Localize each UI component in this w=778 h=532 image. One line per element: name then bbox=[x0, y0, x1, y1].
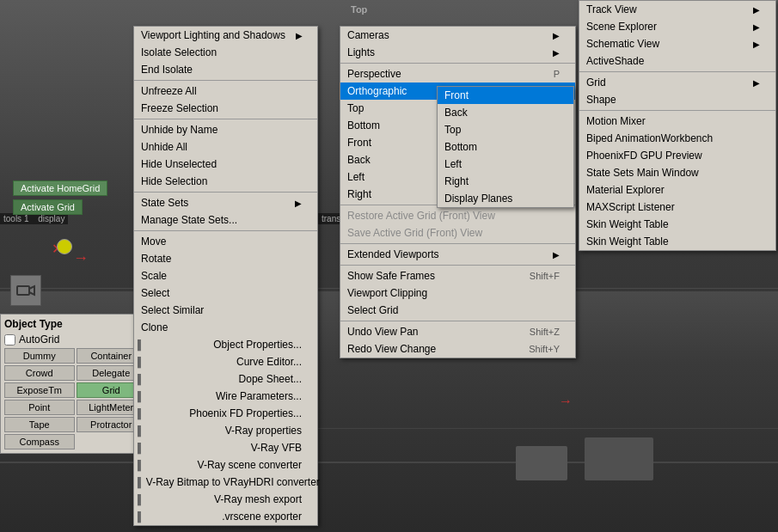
menu4-track-view[interactable]: Track View ▶ bbox=[579, 1, 775, 18]
menu1-vray-mesh-export[interactable]: ▌ V-Ray mesh export bbox=[134, 491, 317, 508]
menu1-viewport-lighting[interactable]: Viewport Lighting and Shadows ▶ bbox=[134, 27, 317, 44]
menu1-item-label-15: Move bbox=[141, 235, 166, 248]
menu2-item-label-18: Viewport Clipping bbox=[347, 287, 427, 299]
menu1-unhide-all[interactable]: Unhide All bbox=[134, 138, 317, 156]
viewport-arrow-x: → bbox=[73, 249, 89, 267]
menu1-arrow-12: ▶ bbox=[295, 199, 302, 208]
menu2-item-label-21: Undo View Pan bbox=[347, 326, 419, 338]
menu4-activeshade[interactable]: ActiveShade bbox=[579, 52, 775, 70]
menu1-vray-scene-converter[interactable]: ▌ V-Ray scene converter bbox=[134, 456, 317, 474]
menu3-item-label-4: Left bbox=[444, 158, 462, 170]
menu1-select[interactable]: Select bbox=[134, 284, 317, 302]
menu1-move[interactable]: Move bbox=[134, 233, 317, 250]
menu4-phoenixfd[interactable]: PhoenixFD GPU Preview bbox=[579, 147, 775, 164]
menu3-right[interactable]: Right bbox=[438, 173, 573, 190]
autogrid-checkbox[interactable] bbox=[4, 334, 15, 345]
obj-btn-exposetm[interactable]: ExposeTm bbox=[4, 382, 75, 398]
obj-btn-dummy[interactable]: Dummy bbox=[4, 348, 75, 364]
menu3-front[interactable]: Front bbox=[438, 87, 573, 104]
menu1-item-label-13: Manage State Sets... bbox=[141, 214, 237, 226]
menu1-unhide-by-name[interactable]: Unhide by Name bbox=[134, 121, 317, 138]
menu1-sep-4 bbox=[134, 230, 317, 231]
menu1-item-label-28: V-Ray scene converter bbox=[198, 459, 302, 471]
autogrid-label: AutoGrid bbox=[19, 333, 59, 345]
menu2-item-label-8: Back bbox=[347, 154, 371, 166]
menu1-state-sets[interactable]: State Sets ▶ bbox=[134, 194, 317, 211]
menu4-sep-2 bbox=[579, 110, 775, 111]
menu4-skin-weight-table-1[interactable]: Skin Weight Table bbox=[579, 216, 775, 233]
menu2-select-grid[interactable]: Select Grid bbox=[340, 302, 575, 319]
obj-btn-point[interactable]: Point bbox=[4, 400, 75, 415]
activate-grid-button[interactable]: Activate Grid bbox=[13, 199, 83, 215]
obj-btn-compass[interactable]: Compass bbox=[4, 434, 75, 449]
menu4-grid[interactable]: Grid ▶ bbox=[579, 74, 775, 91]
menu1-select-similar[interactable]: Select Similar bbox=[134, 302, 317, 319]
viewport-arrow-right: → bbox=[559, 394, 573, 409]
menu4-item-label-8: Motion Mixer bbox=[586, 115, 646, 127]
menu1-vray-vfb[interactable]: ▌ V-Ray VFB bbox=[134, 439, 317, 456]
menu1-scale[interactable]: Scale bbox=[134, 267, 317, 284]
menu4-shape[interactable]: Shape bbox=[579, 91, 775, 108]
menu1-item-label-22: Curve Editor... bbox=[236, 356, 302, 368]
menu2-shortcut-17: Shift+F bbox=[530, 271, 560, 281]
menu2-item-label-4: Orthographic bbox=[347, 85, 407, 97]
menu1-clone[interactable]: Clone bbox=[134, 319, 317, 336]
menu1-vrscene-exporter[interactable]: ▌ .vrscene exporter bbox=[134, 508, 317, 525]
menu4-item-label-12: Material Explorer bbox=[586, 184, 665, 196]
menu1-object-properties[interactable]: ▌ Object Properties... bbox=[134, 336, 317, 353]
menu2-sep-3 bbox=[340, 243, 575, 244]
menu3-item-label-6: Display Planes bbox=[444, 193, 512, 205]
menu4-motion-mixer[interactable]: Motion Mixer bbox=[579, 113, 775, 130]
menu4-state-sets-main[interactable]: State Sets Main Window bbox=[579, 164, 775, 181]
menu4-biped[interactable]: Biped AnimationWorkbench bbox=[579, 130, 775, 147]
menu2-restore-grid: Restore Active Grid (Front) View bbox=[340, 207, 575, 224]
obj-btn-crowd[interactable]: Crowd bbox=[4, 365, 75, 381]
menu1-vray-properties[interactable]: ▌ V-Ray properties bbox=[134, 422, 317, 439]
menu3-display-planes[interactable]: Display Planes bbox=[438, 190, 573, 207]
menu1-rotate[interactable]: Rotate bbox=[134, 250, 317, 267]
menu4-maxscript-listener[interactable]: MAXScript Listener bbox=[579, 199, 775, 216]
menu2-item-label-22: Redo View Change bbox=[347, 343, 436, 355]
menu2-redo-view-change[interactable]: Redo View Change Shift+Y bbox=[340, 340, 575, 358]
menu4-scene-explorer[interactable]: Scene Explorer ▶ bbox=[579, 18, 775, 35]
menu1-item-label-20: Clone bbox=[141, 321, 168, 333]
menu2-arrow-15: ▶ bbox=[553, 250, 560, 260]
menu1-dope-sheet[interactable]: ▌ Dope Sheet... bbox=[134, 370, 317, 388]
menu2-extended-viewports[interactable]: Extended Viewports ▶ bbox=[340, 246, 575, 263]
obj-btn-tape[interactable]: Tape bbox=[4, 417, 75, 432]
menu1-vray-bitmap[interactable]: ▌ V-Ray Bitmap to VRayHDRI converter bbox=[134, 474, 317, 491]
menu2-viewport-clipping[interactable]: Viewport Clipping bbox=[340, 284, 575, 302]
menu3-left[interactable]: Left bbox=[438, 156, 573, 173]
scene-icon-button[interactable] bbox=[10, 275, 41, 306]
menu1-wire-parameters[interactable]: ▌ Wire Parameters... bbox=[134, 388, 317, 405]
menu2-item-label-10: Right bbox=[347, 188, 371, 200]
menu1-phoenix-fd[interactable]: ▌ Phoenix FD Properties... bbox=[134, 405, 317, 422]
menu2-item-label-9: Left bbox=[347, 171, 364, 183]
menu1-item-label-4: Unfreeze All bbox=[141, 85, 197, 97]
menu3-back[interactable]: Back bbox=[438, 104, 573, 121]
menu2-shortcut-22: Shift+Y bbox=[529, 344, 560, 354]
menu3-item-label-0: Front bbox=[444, 89, 469, 101]
menu2-perspective[interactable]: Perspective P bbox=[340, 65, 575, 83]
menu4-schematic-view[interactable]: Schematic View ▶ bbox=[579, 35, 775, 52]
menu2-lights[interactable]: Lights ▶ bbox=[340, 44, 575, 61]
menu4-skin-weight-table-2[interactable]: Skin Weight Table bbox=[579, 233, 775, 250]
menu1-isolate-selection[interactable]: Isolate Selection bbox=[134, 44, 317, 61]
context-menu-4: Track View ▶ Scene Explorer ▶ Schematic … bbox=[579, 0, 776, 251]
menu1-hide-unselected[interactable]: Hide Unselected bbox=[134, 156, 317, 173]
menu2-cameras[interactable]: Cameras ▶ bbox=[340, 27, 575, 44]
menu1-curve-editor[interactable]: ▌ Curve Editor... bbox=[134, 353, 317, 370]
menu1-end-isolate[interactable]: End Isolate bbox=[134, 61, 317, 78]
context-menu-1: Viewport Lighting and Shadows ▶ Isolate … bbox=[133, 26, 318, 526]
activate-homegrid-button[interactable]: Activate HomeGrid bbox=[13, 180, 107, 196]
menu2-show-safe-frames[interactable]: Show Safe Frames Shift+F bbox=[340, 267, 575, 284]
menu4-material-explorer[interactable]: Material Explorer bbox=[579, 181, 775, 199]
menu2-undo-view-pan[interactable]: Undo View Pan Shift+Z bbox=[340, 323, 575, 340]
menu1-manage-state-sets[interactable]: Manage State Sets... bbox=[134, 211, 317, 229]
menu2-item-label-17: Show Safe Frames bbox=[347, 270, 435, 282]
menu1-hide-selection[interactable]: Hide Selection bbox=[134, 173, 317, 190]
menu1-freeze-selection[interactable]: Freeze Selection bbox=[134, 100, 317, 117]
menu3-top[interactable]: Top bbox=[438, 121, 573, 138]
menu3-bottom[interactable]: Bottom bbox=[438, 138, 573, 156]
menu1-unfreeze-all[interactable]: Unfreeze All bbox=[134, 83, 317, 100]
